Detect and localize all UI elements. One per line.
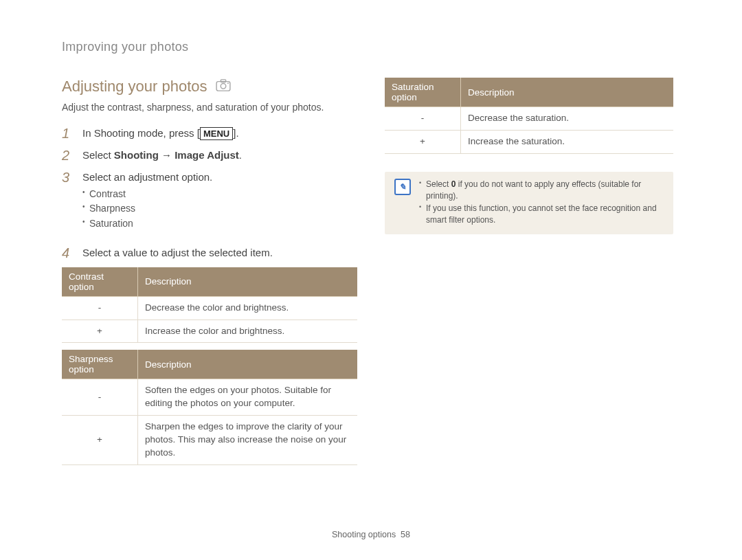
option-key: - (385, 107, 461, 131)
saturation-table: Saturation option Description - Decrease… (385, 78, 673, 154)
table-header: Description (461, 78, 674, 107)
step-2: 2 Select Shooting → Image Adjust. (62, 148, 357, 163)
table-header: Description (138, 267, 358, 297)
table-header: Contrast option (62, 267, 138, 297)
note-text-suffix: if you do not want to apply any effects … (426, 179, 641, 201)
step-1: 1 In Shooting mode, press [MENU]. (62, 126, 357, 141)
step-number: 4 (62, 245, 73, 260)
footer-page-number: 58 (401, 530, 410, 539)
contrast-table: Contrast option Description - Decrease t… (62, 267, 357, 344)
option-desc: Soften the edges on your photos. Suitabl… (138, 379, 358, 416)
note-box: ✎ Select 0 if you do not want to apply a… (385, 172, 673, 235)
step-number: 3 (62, 170, 73, 185)
menu-button-label: MENU (200, 127, 233, 140)
note-item: Select 0 if you do not want to apply any… (419, 179, 664, 203)
option-key: + (62, 416, 138, 465)
svg-rect-1 (221, 80, 225, 82)
note-text-prefix: Select (426, 179, 451, 189)
sharpness-table: Sharpness option Description - Soften th… (62, 350, 357, 464)
document-page: Improving your photos Adjusting your pho… (0, 0, 742, 560)
two-column-layout: Adjusting your photos Adjust the contras… (62, 78, 680, 469)
page-title: Adjusting your photos (62, 78, 357, 96)
list-item: Contrast (82, 187, 357, 202)
notes-list: Select 0 if you do not want to apply any… (419, 179, 664, 227)
list-item: Sharpness (82, 201, 357, 216)
option-key: - (62, 379, 138, 416)
table-row: - Decrease the color and brightness. (62, 296, 357, 320)
step-text-suffix: ]. (233, 127, 238, 139)
page-title-text: Adjusting your photos (62, 78, 207, 96)
option-key: - (62, 296, 138, 320)
table-row: + Sharpen the edges to improve the clari… (62, 416, 357, 465)
table-header: Description (138, 350, 358, 379)
table-row: - Decrease the saturation. (385, 107, 673, 131)
right-column: Saturation option Description - Decrease… (385, 78, 673, 469)
option-key: + (62, 320, 138, 343)
step-3: 3 Select an adjustment option. Contrast … (62, 170, 357, 238)
section-header: Improving your photos (62, 40, 680, 54)
intro-text: Adjust the contrast, sharpness, and satu… (62, 101, 357, 115)
step-4: 4 Select a value to adjust the selected … (62, 245, 357, 260)
option-desc: Decrease the color and brightness. (138, 296, 358, 320)
camera-icon (216, 78, 231, 96)
svg-rect-3 (227, 82, 228, 83)
table-row: - Soften the edges on your photos. Suita… (62, 379, 357, 416)
step-number: 1 (62, 126, 73, 141)
option-desc: Sharpen the edges to improve the clarity… (138, 416, 358, 465)
footer-section-label: Shooting options (332, 530, 396, 539)
step-body: Select an adjustment option. Contrast Sh… (82, 170, 357, 238)
info-icon: ✎ (394, 179, 411, 195)
option-desc: Increase the saturation. (461, 130, 674, 153)
step-text-prefix: Select (82, 149, 114, 161)
step-text-prefix: In Shooting mode, press [ (82, 127, 200, 139)
left-column: Adjusting your photos Adjust the contras… (62, 78, 357, 469)
step-bold-text: Shooting → Image Adjust (114, 149, 239, 161)
option-key: + (385, 130, 461, 153)
svg-point-2 (221, 84, 226, 89)
page-footer: Shooting options 58 (0, 530, 742, 539)
list-item: Saturation (82, 216, 357, 232)
table-row: + Increase the saturation. (385, 130, 673, 153)
step-text-suffix: . (239, 149, 242, 161)
option-desc: Increase the color and brightness. (138, 320, 358, 343)
step-text: Select an adjustment option. (82, 171, 212, 183)
adjustment-options-list: Contrast Sharpness Saturation (82, 187, 357, 232)
step-text: Select a value to adjust the selected it… (82, 247, 273, 258)
option-desc: Decrease the saturation. (461, 107, 674, 131)
table-header: Saturation option (385, 78, 461, 107)
step-body: Select Shooting → Image Adjust. (82, 148, 357, 162)
step-number: 2 (62, 148, 73, 163)
note-item: If you use this function, you cannot set… (419, 203, 664, 227)
step-body: In Shooting mode, press [MENU]. (82, 126, 357, 140)
step-body: Select a value to adjust the selected it… (82, 245, 357, 260)
table-row: + Increase the color and brightness. (62, 320, 357, 343)
table-header: Sharpness option (62, 350, 138, 379)
